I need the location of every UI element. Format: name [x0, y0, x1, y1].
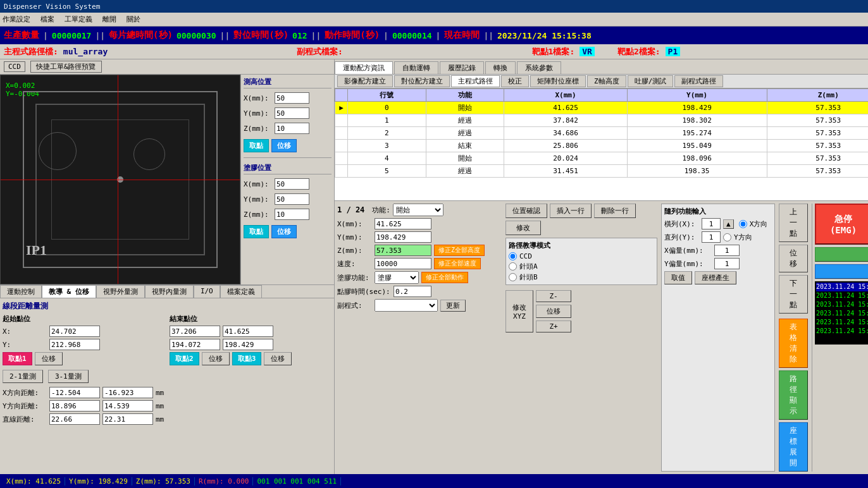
- stab-z-height[interactable]: Z軸高度: [587, 75, 626, 87]
- path-display-btn[interactable]: 路徑顯示: [779, 370, 808, 420]
- restore-btn[interactable]: 原點復歸: [815, 247, 868, 262]
- sub-prog-select[interactable]: [375, 299, 438, 312]
- func-select[interactable]: 開始經過結束: [393, 204, 443, 216]
- move3-btn[interactable]: 位移: [264, 352, 292, 365]
- radio-y-dir[interactable]: [723, 233, 731, 241]
- take-point-btn2[interactable]: 取點: [244, 225, 269, 238]
- stab-main-path[interactable]: 主程式路徑: [451, 75, 500, 87]
- glue-func-select[interactable]: 塗膠: [375, 271, 419, 284]
- radio-needle-b[interactable]: [509, 273, 517, 281]
- meas-3-1-btn[interactable]: 3-1量測: [48, 370, 89, 383]
- pos-x-input[interactable]: [275, 92, 309, 104]
- x-dir-val1[interactable]: [49, 387, 100, 398]
- ctrl-move-btn[interactable]: 位移: [536, 305, 571, 318]
- modify-xyz-btn[interactable]: 修改XYZ: [505, 290, 533, 332]
- glue-y-input[interactable]: [275, 193, 309, 205]
- radio-ccd[interactable]: [509, 252, 517, 260]
- meas-2-1-btn[interactable]: 2-1量測: [3, 370, 43, 383]
- end1-x-input[interactable]: [170, 326, 220, 337]
- standby-btn[interactable]: 待機位置: [815, 264, 868, 279]
- table-clear-btn[interactable]: 表格清除: [779, 319, 808, 368]
- y-val-input[interactable]: [375, 231, 431, 243]
- tab-teach-move[interactable]: 教導 & 位移: [42, 285, 96, 298]
- glue-x-input[interactable]: [275, 178, 309, 190]
- stab-sub-path[interactable]: 副程式路徑: [674, 75, 723, 87]
- radio-x-dir[interactable]: [739, 220, 747, 228]
- dot-time-input[interactable]: [394, 286, 431, 297]
- menu-item-settings[interactable]: 作業設定: [3, 15, 30, 24]
- rtab-sys-params[interactable]: 系統參數: [517, 61, 561, 74]
- pos-y-input[interactable]: [275, 107, 309, 119]
- table-row[interactable]: 4 開始 20.024 198.096 57.353 10000 塗膠: [335, 152, 869, 165]
- emg-btn[interactable]: 急停(EMG): [815, 204, 868, 245]
- next-point-btn[interactable]: 下一點: [779, 275, 808, 314]
- start-y-input[interactable]: [49, 339, 100, 350]
- move2-btn[interactable]: 位移: [202, 352, 230, 365]
- move-btn[interactable]: 位移: [271, 139, 297, 152]
- x-dir-val2[interactable]: [102, 387, 153, 398]
- menu-item-workorder[interactable]: 工單定義: [65, 15, 92, 24]
- radio-needle-a[interactable]: [509, 262, 517, 271]
- rtab-auto-run[interactable]: 自動運轉: [394, 61, 438, 74]
- glue-z-input[interactable]: [275, 209, 309, 220]
- prev-point-btn[interactable]: 上一點: [779, 204, 808, 242]
- take-value-btn[interactable]: 取值: [664, 271, 692, 284]
- tab-fov-outer[interactable]: 視野外量測: [96, 285, 145, 298]
- log-area[interactable]: 2023.11.24 15:15:26.993|INF|0|0|單點位移動作X=…: [815, 281, 868, 345]
- position-confirm-btn[interactable]: 位置確認: [505, 204, 547, 218]
- line-val1[interactable]: [49, 413, 100, 425]
- col-y-input[interactable]: [702, 231, 721, 243]
- z-val-input[interactable]: [375, 245, 431, 256]
- update-btn[interactable]: 更新: [440, 300, 466, 312]
- stab-dispense-test[interactable]: 吐膠/測試: [628, 75, 674, 87]
- end2-y-input[interactable]: [223, 339, 273, 350]
- end2-x-input[interactable]: [223, 326, 273, 337]
- rtab-motion-recipe[interactable]: 運動配方資訊: [335, 61, 393, 74]
- end1-y-input[interactable]: [170, 339, 220, 350]
- row-x-up[interactable]: ▲: [723, 219, 734, 229]
- coord-expand-btn[interactable]: 座標展開: [779, 422, 808, 472]
- y-offset-input[interactable]: [714, 258, 740, 269]
- rtab-convert[interactable]: 轉換: [485, 61, 516, 74]
- ctrl-pos-move-btn[interactable]: 位移: [779, 245, 808, 272]
- speed-input[interactable]: [375, 258, 431, 269]
- take-point-btn[interactable]: 取點: [244, 139, 269, 152]
- z-plus-btn[interactable]: Z+: [536, 320, 571, 332]
- pos-z-input[interactable]: [275, 123, 309, 134]
- tab-fov-inner[interactable]: 視野內量測: [145, 285, 194, 298]
- insert-row-btn[interactable]: 插入一行: [550, 204, 592, 218]
- menu-item-about[interactable]: 關於: [127, 15, 140, 24]
- menu-item-exit[interactable]: 離開: [102, 15, 116, 24]
- tab-motion-ctrl[interactable]: 運動控制: [0, 285, 42, 298]
- move1-btn[interactable]: 位移: [35, 352, 63, 365]
- stab-image-recipe[interactable]: 影像配方建立: [337, 75, 393, 87]
- table-row[interactable]: 2 經過 34.686 195.274 57.353 10000 塗膠: [335, 127, 869, 140]
- x-val-input[interactable]: [375, 218, 431, 229]
- menu-item-file[interactable]: 檔案: [40, 15, 54, 24]
- coord-gen-btn[interactable]: 座標產生: [695, 271, 736, 284]
- delete-row-btn[interactable]: 刪除一行: [594, 204, 636, 218]
- table-row[interactable]: ▶ 0 開始 41.625 198.429 57.353 10000 塗膠: [335, 102, 869, 114]
- start-x-input[interactable]: [49, 326, 100, 337]
- table-row[interactable]: 1 經過 37.842 198.302 57.353 10000 塗膠: [335, 114, 869, 127]
- stab-align-recipe[interactable]: 對位配方建立: [394, 75, 450, 87]
- modify-action-btn[interactable]: 修正全部動作: [421, 272, 468, 283]
- take2-btn[interactable]: 取點2: [170, 352, 199, 365]
- modify-speed-btn[interactable]: 修正全部速度: [434, 258, 481, 269]
- ccd-preview-btn[interactable]: 快捷工單&路徑預覽: [30, 61, 102, 73]
- take1-btn[interactable]: 取點1: [3, 352, 32, 365]
- modify-z-btn[interactable]: 修正Z全部高度: [434, 245, 485, 256]
- move-btn2[interactable]: 位移: [271, 225, 297, 238]
- y-dir-val2[interactable]: [102, 400, 153, 412]
- row-x-input[interactable]: [702, 218, 721, 229]
- tab-io[interactable]: I/O: [194, 285, 220, 298]
- z-minus-btn[interactable]: Z-: [536, 290, 571, 302]
- stab-matrix-align[interactable]: 矩陣對位座標: [530, 75, 586, 87]
- x-offset-input[interactable]: [714, 245, 740, 256]
- table-row[interactable]: 3 結束 25.806 195.049 57.353 10000 塗膠: [335, 140, 869, 152]
- take3-btn[interactable]: 取點3: [232, 352, 262, 365]
- y-dir-val1[interactable]: [49, 400, 100, 412]
- line-val2[interactable]: [102, 413, 153, 425]
- modify-btn[interactable]: 修改: [505, 221, 541, 235]
- rtab-history[interactable]: 履歷記錄: [440, 61, 484, 74]
